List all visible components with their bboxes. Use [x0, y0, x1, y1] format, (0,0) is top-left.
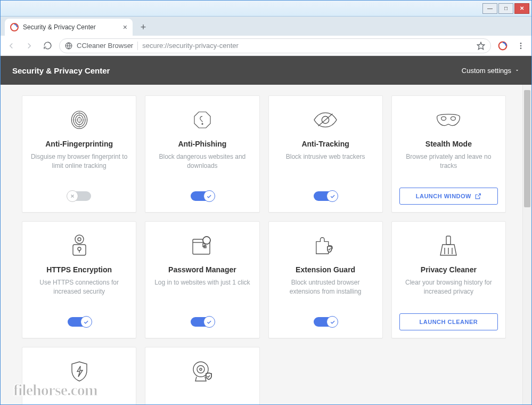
card-description: Use HTTPS connections for increased secu…: [30, 278, 128, 308]
launch-button[interactable]: LAUNCH CLEANER: [399, 313, 498, 330]
svg-point-30: [200, 368, 202, 370]
close-button[interactable]: ✕: [514, 3, 529, 14]
feature-toggle[interactable]: [191, 191, 214, 201]
back-button[interactable]: [5, 39, 18, 52]
feature-toggle[interactable]: [314, 191, 337, 201]
tab-title: Security & Privacy Center: [23, 23, 96, 31]
card-action-row: [276, 188, 375, 205]
feature-toggle[interactable]: [191, 317, 214, 327]
maximize-button[interactable]: □: [498, 3, 513, 14]
feature-card: Anti-PhishingBlock dangerous websites an…: [145, 95, 259, 213]
feature-card: Extension GuardBlock untrusted browser e…: [268, 221, 383, 338]
card-description: Block dangerous websites and downloads: [153, 152, 251, 182]
svg-point-12: [202, 124, 203, 125]
card-action-row: [153, 188, 251, 205]
svg-point-15: [441, 117, 446, 120]
active-tab[interactable]: Security & Privacy Center ×: [5, 19, 133, 36]
card-description: Block untrusted browser extensions from …: [276, 278, 375, 308]
page-title: Security & Privacy Center: [12, 66, 110, 75]
address-bar[interactable]: CCleaner Browser secure://security-priva…: [59, 38, 491, 53]
flash-shield-icon: [69, 358, 90, 385]
feature-card: [145, 347, 259, 404]
phishing-icon: [192, 107, 213, 133]
card-title: Anti-Phishing: [178, 140, 226, 148]
svg-point-18: [78, 238, 81, 241]
tab-strip: Security & Privacy Center × +: [1, 17, 531, 36]
svg-rect-19: [73, 245, 86, 255]
toggle-on-check-icon: [203, 190, 215, 202]
browser-toolbar: CCleaner Browser secure://security-priva…: [1, 36, 531, 56]
card-action-row: [153, 313, 251, 330]
new-tab-button[interactable]: +: [136, 20, 151, 35]
svg-marker-11: [194, 112, 210, 128]
feature-card: Anti-FingerprintingDisguise my browser f…: [22, 95, 136, 213]
kebab-menu-icon[interactable]: [514, 39, 527, 52]
ccleaner-favicon-icon: [10, 23, 19, 31]
maximize-icon: □: [504, 5, 508, 11]
card-title: Extension Guard: [296, 265, 355, 274]
feature-card: Privacy CleanerClear your browsing histo…: [391, 221, 506, 338]
extension-guard-icon: [313, 232, 338, 259]
feature-card: HTTPS EncryptionUse HTTPS connections fo…: [22, 221, 136, 338]
minimize-button[interactable]: —: [482, 3, 497, 14]
tab-close-icon[interactable]: ×: [123, 23, 127, 31]
webcam-guard-icon: [191, 358, 214, 385]
page-banner: Security & Privacy Center Custom setting…: [1, 56, 531, 85]
card-title: HTTPS Encryption: [46, 265, 112, 274]
card-title: Anti-Fingerprinting: [45, 140, 113, 148]
card-action-row: [30, 188, 128, 205]
mask-icon: [435, 107, 462, 133]
svg-point-29: [197, 366, 204, 373]
card-description: Browse privately and leave no tracks: [399, 152, 498, 182]
feature-card: Anti-TrackingBlock intrusive web tracker…: [268, 95, 383, 213]
feature-grid: Anti-FingerprintingDisguise my browser f…: [22, 95, 506, 404]
svg-rect-27: [446, 236, 451, 245]
feature-card: Stealth ModeBrowse privately and leave n…: [391, 95, 506, 213]
page-content: Security & Privacy Center Custom setting…: [1, 56, 531, 404]
anti-tracking-icon: [313, 107, 338, 133]
toggle-on-check-icon: [326, 316, 338, 328]
password-manager-icon: [191, 232, 214, 259]
url-display: secure://security-privacy-center: [142, 42, 239, 50]
svg-point-5: [520, 45, 522, 46]
bookmark-star-icon[interactable]: [477, 42, 485, 50]
open-external-icon: [474, 193, 481, 200]
privacy-cleaner-icon: [438, 232, 459, 259]
svg-point-16: [451, 117, 456, 120]
card-title: Password Manager: [168, 265, 236, 274]
toggle-on-check-icon: [326, 190, 338, 202]
card-title: Stealth Mode: [425, 140, 472, 148]
cards-scroll-area[interactable]: Anti-FingerprintingDisguise my browser f…: [1, 85, 522, 404]
feature-toggle[interactable]: [68, 191, 91, 201]
settings-label: Custom settings: [462, 67, 511, 75]
vertical-scrollbar[interactable]: [522, 85, 531, 404]
svg-point-20: [78, 247, 81, 250]
feature-toggle[interactable]: [68, 317, 91, 327]
svg-line-14: [318, 114, 333, 126]
card-description: Clear your browsing history for increase…: [399, 278, 498, 308]
forward-button[interactable]: [23, 39, 36, 52]
card-description: Disguise my browser fingerprint to limit…: [30, 152, 128, 182]
card-description: Block intrusive web trackers: [286, 152, 365, 182]
card-action-row: LAUNCH CLEANER: [399, 313, 498, 330]
card-description: Log in to websites with just 1 click: [154, 278, 250, 308]
ccleaner-extension-icon[interactable]: [496, 39, 509, 52]
reload-button[interactable]: [41, 39, 54, 52]
card-title: Privacy Cleaner: [421, 265, 477, 274]
app-window: — □ ✕ Security & Privacy Center × + CCle…: [0, 0, 532, 405]
site-identity-icon[interactable]: [65, 42, 72, 50]
chevron-down-icon: [514, 68, 520, 73]
card-action-row: [276, 313, 375, 330]
window-titlebar: — □ ✕: [1, 1, 531, 17]
close-icon: ✕: [520, 5, 524, 11]
custom-settings-dropdown[interactable]: Custom settings: [462, 67, 520, 75]
feature-card: [22, 347, 136, 404]
button-label: LAUNCH WINDOW: [416, 193, 471, 199]
launch-button[interactable]: LAUNCH WINDOW: [399, 188, 498, 205]
plus-icon: +: [141, 22, 146, 33]
scroll-thumb[interactable]: [524, 90, 530, 207]
svg-point-17: [75, 235, 84, 244]
svg-point-4: [520, 43, 522, 44]
feature-toggle[interactable]: [314, 317, 337, 327]
svg-point-6: [520, 47, 522, 49]
